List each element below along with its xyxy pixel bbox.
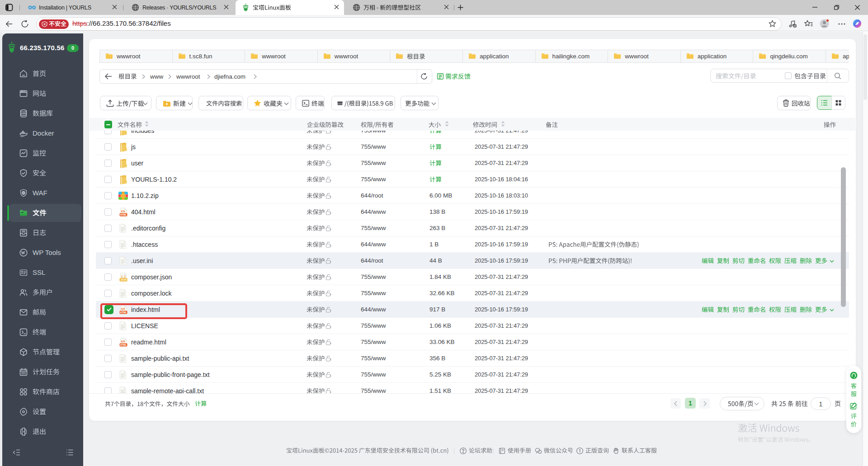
svg-text:JSON: JSON <box>120 278 127 281</box>
svg-text:{..}: {..} <box>121 274 126 278</box>
svg-text:HTML: HTML <box>120 213 127 216</box>
svg-text:HTML: HTML <box>120 344 127 346</box>
